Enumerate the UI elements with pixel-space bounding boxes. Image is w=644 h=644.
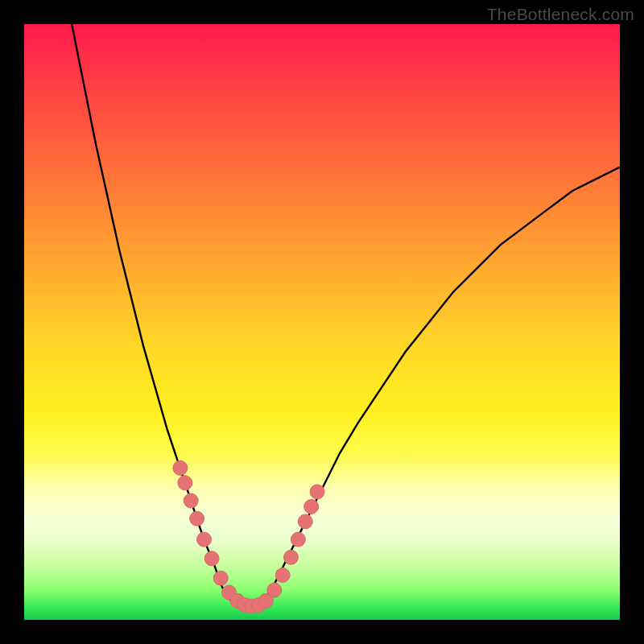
curve-marker bbox=[298, 514, 312, 529]
curve-marker bbox=[178, 476, 192, 490]
curve-marker bbox=[275, 568, 290, 583]
curve-marker bbox=[304, 499, 319, 514]
curve-right-branch bbox=[262, 167, 620, 602]
curve-marker bbox=[267, 583, 282, 597]
curve-left-branch bbox=[72, 24, 233, 602]
plot-area bbox=[24, 24, 620, 620]
watermark-text: TheBottleneck.com bbox=[487, 5, 634, 24]
curve-marker bbox=[204, 551, 219, 566]
curve-group bbox=[72, 24, 620, 607]
chart-frame: TheBottleneck.com bbox=[0, 0, 644, 644]
curve-marker bbox=[173, 460, 188, 475]
curve-marker bbox=[284, 550, 299, 564]
curve-marker bbox=[184, 493, 198, 508]
marker-group bbox=[173, 460, 324, 613]
curve-marker bbox=[196, 532, 211, 547]
curve-marker bbox=[190, 511, 204, 526]
curve-marker bbox=[213, 571, 228, 585]
bottleneck-curve-svg bbox=[24, 24, 620, 620]
curve-marker bbox=[310, 485, 324, 499]
curve-marker bbox=[291, 532, 305, 547]
